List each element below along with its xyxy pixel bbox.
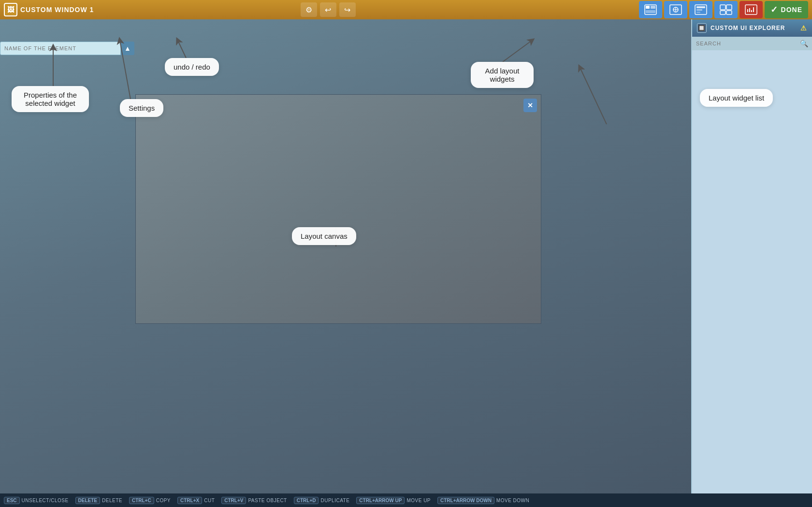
bottombar: ESC UNSELECT/CLOSE DELETE DELETE CTRL+C … [0, 493, 812, 507]
warning-icon: ⚠ [800, 24, 807, 32]
svg-rect-11 [696, 12, 700, 13]
shortcut-paste: CTRL+V PASTE OBJECT [221, 497, 287, 504]
widget-icon-btn-1[interactable] [639, 1, 662, 18]
widget-icon-btn-4[interactable] [714, 1, 738, 18]
delete-label: DELETE [102, 498, 122, 503]
shortcut-unselect: ESC UNSELECT/CLOSE [4, 497, 69, 504]
svg-rect-10 [696, 9, 702, 11]
done-label: DONE [781, 6, 802, 14]
panel-icon: 🔲 [697, 23, 707, 33]
copy-label: COPY [156, 498, 171, 503]
duplicate-label: DUPLICATE [320, 498, 349, 503]
svg-rect-12 [720, 5, 725, 10]
ctrlx-key: CTRL+X [177, 497, 202, 504]
svg-rect-9 [696, 6, 705, 8]
ctrlv-key: CTRL+V [221, 497, 246, 504]
shortcut-movedown: CTRL+ARROW DOWN MOVE DOWN [437, 497, 529, 504]
shortcut-delete: DELETE DELETE [75, 497, 122, 504]
svg-line-24 [503, 41, 532, 62]
widget-icon-btn-5[interactable] [740, 1, 763, 18]
svg-line-23 [178, 41, 186, 58]
addlayout-tooltip: Add layout widgets [471, 62, 534, 88]
redo-button[interactable]: ↪ [339, 2, 356, 17]
topbar-right-icons: ✓ DONE [639, 1, 808, 18]
shortcut-copy: CTRL+C COPY [129, 497, 171, 504]
svg-rect-14 [720, 11, 725, 14]
properties-tooltip: Properties of the selected widget [12, 86, 89, 112]
element-name-input[interactable] [0, 42, 121, 55]
shortcut-moveup: CTRL+ARROW UP MOVE UP [356, 497, 431, 504]
svg-rect-1 [646, 6, 650, 9]
done-button[interactable]: ✓ DONE [765, 1, 808, 18]
settings-tooltip: Settings [120, 99, 163, 117]
search-bar: 🔍 [692, 37, 812, 50]
window-icon: 🖼 [4, 3, 17, 16]
namebar: ▲ [0, 41, 140, 56]
undo-button[interactable]: ↩ [320, 2, 336, 17]
widget-icon-btn-2[interactable] [664, 1, 687, 18]
movedown-label: MOVE DOWN [496, 498, 529, 503]
shortcut-duplicate: CTRL+D DUPLICATE [294, 497, 350, 504]
widget-icon-btn-3[interactable] [689, 1, 712, 18]
ctrlarrowup-key: CTRL+ARROW UP [356, 497, 405, 504]
shortcut-cut: CTRL+X CUT [177, 497, 215, 504]
layoutcanvas-tooltip: Layout canvas [292, 227, 356, 245]
ctrld-key: CTRL+D [294, 497, 319, 504]
right-panel-title: CUSTOM UI EXPLORER [710, 25, 785, 31]
paste-label: PASTE OBJECT [248, 498, 287, 503]
topbar: 🖼 CUSTOM WINDOW 1 ⚙ ↩ ↪ [0, 0, 812, 19]
ctrlarrowdown-key: CTRL+ARROW DOWN [437, 497, 494, 504]
svg-rect-13 [726, 5, 732, 10]
search-input[interactable] [696, 41, 798, 46]
canvas-close-button[interactable]: ✕ [523, 99, 537, 112]
svg-rect-16 [745, 5, 757, 14]
namebar-submit-button[interactable]: ▲ [121, 42, 134, 55]
layout-canvas: ✕ [135, 94, 541, 324]
settings-button[interactable]: ⚙ [301, 2, 317, 17]
right-panel-content: Layout widget list [692, 50, 812, 493]
delete-key: DELETE [75, 497, 100, 504]
cut-label: CUT [204, 498, 215, 503]
layoutwidgetlist-tooltip: Layout widget list [700, 89, 773, 107]
esc-key: ESC [4, 497, 20, 504]
moveup-label: MOVE UP [406, 498, 431, 503]
main-area: ▲ ✕ Prop [0, 19, 812, 493]
right-panel-header: 🔲 CUSTOM UI EXPLORER ⚠ [692, 19, 812, 37]
svg-line-26 [580, 68, 607, 124]
undoredo-tooltip: undo / redo [165, 58, 219, 76]
svg-rect-2 [651, 6, 655, 9]
window-title: CUSTOM WINDOW 1 [20, 6, 298, 14]
right-panel: 🔲 CUSTOM UI EXPLORER ⚠ 🔍 Layout widget l… [691, 19, 812, 493]
search-icon: 🔍 [800, 40, 808, 47]
unselect-label: UNSELECT/CLOSE [22, 498, 69, 503]
svg-rect-3 [646, 10, 655, 13]
ctrlc-key: CTRL+C [129, 497, 154, 504]
center-area: ▲ ✕ Prop [0, 19, 691, 493]
svg-rect-15 [726, 11, 732, 14]
